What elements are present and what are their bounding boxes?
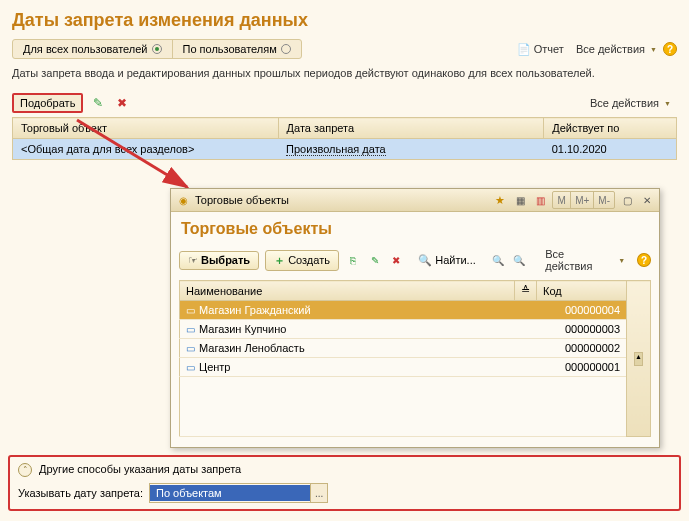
delete-icon[interactable]: ✖ [113, 94, 131, 112]
col-ban-date[interactable]: Дата запрета [278, 118, 544, 139]
ban-date-mode-label: Указывать дату запрета: [18, 487, 143, 499]
col-valid-until[interactable]: Действует по [544, 118, 677, 139]
list-item[interactable]: ▭Магазин Купчино 000000003 [180, 320, 651, 339]
create-button[interactable]: ＋ Создать [265, 250, 339, 271]
favorite-icon[interactable]: ★ [492, 192, 508, 208]
cell-code: 000000001 [537, 358, 627, 377]
tab-by-users-label: По пользователям [183, 43, 277, 55]
cell-code: 000000004 [537, 301, 627, 320]
calc-icon[interactable]: ▦ [512, 192, 528, 208]
col-name[interactable]: Наименование [180, 281, 515, 301]
all-actions-table-label: Все действия [590, 97, 659, 109]
plus-icon: ＋ [274, 253, 285, 268]
trade-objects-dialog: ◉ Торговые объекты ★ ▦ ▥ М М+ М- ▢ ✕ Тор… [170, 188, 660, 448]
radio-unchecked-icon [281, 44, 291, 54]
cell-name: Магазин Гражданский [199, 304, 311, 316]
all-actions-top-label: Все действия [576, 43, 645, 55]
report-label: Отчет [534, 43, 564, 55]
find-button[interactable]: 🔍 Найти... [410, 252, 484, 269]
item-icon: ▭ [186, 305, 195, 316]
report-button[interactable]: 📄 Отчет [511, 41, 570, 58]
clear-filter-icon[interactable]: 🔍 [490, 252, 506, 268]
list-item[interactable]: ▭Центр 000000001 [180, 358, 651, 377]
maximize-icon[interactable]: ▢ [619, 192, 635, 208]
cell-name: Центр [199, 361, 231, 373]
cell-name: Магазин Ленобласть [199, 342, 305, 354]
cell-valid-until: 01.10.2020 [544, 139, 677, 160]
close-icon[interactable]: ✕ [639, 192, 655, 208]
top-toolbar: Для всех пользователей По пользователям … [0, 39, 689, 65]
m-plus-btn[interactable]: М+ [571, 192, 594, 208]
delete-icon[interactable]: ✖ [388, 252, 404, 268]
all-actions-top[interactable]: Все действия ▼ [570, 41, 663, 57]
copy-icon[interactable]: ⎘ [345, 252, 361, 268]
col-sort-indicator[interactable]: ≙ [515, 281, 537, 301]
item-icon: ▭ [186, 324, 195, 335]
other-methods-section: ˄ Другие способы указания даты запрета У… [8, 455, 681, 511]
main-table-toolbar: Подобрать ✎ ✖ Все действия ▼ [0, 91, 689, 115]
list-item[interactable]: ▭Магазин Гражданский 000000004 [180, 301, 651, 320]
cell-trade-object: <Общая дата для всех разделов> [13, 139, 279, 160]
col-code[interactable]: Код [537, 281, 627, 301]
find-label: Найти... [435, 254, 476, 266]
dialog-titlebar-text: Торговые объекты [195, 194, 289, 206]
ban-date-mode-row: Указывать дату запрета: По объектам ... [18, 483, 671, 503]
select-more-icon[interactable]: ... [310, 484, 327, 502]
memory-group: М М+ М- [552, 191, 615, 209]
help-icon[interactable]: ? [637, 253, 651, 267]
tab-all-users[interactable]: Для всех пользователей [13, 40, 173, 58]
cell-code: 000000002 [537, 339, 627, 358]
search-icon: 🔍 [418, 254, 432, 267]
dialog-header: Торговые объекты [171, 212, 659, 244]
item-icon: ▭ [186, 362, 195, 373]
create-label: Создать [288, 254, 330, 266]
chevron-down-icon: ▼ [618, 257, 625, 264]
dialog-titlebar: ◉ Торговые объекты ★ ▦ ▥ М М+ М- ▢ ✕ [171, 189, 659, 212]
all-actions-table[interactable]: Все действия ▼ [584, 95, 677, 111]
edit-icon[interactable]: ✎ [367, 252, 383, 268]
edit-icon[interactable]: ✎ [89, 94, 107, 112]
tab-all-users-label: Для всех пользователей [23, 43, 148, 55]
choose-button[interactable]: ☞ Выбрать [179, 251, 259, 270]
m-btn[interactable]: М [553, 192, 571, 208]
collapse-icon[interactable]: ˄ [18, 463, 32, 477]
list-item[interactable]: ▭Магазин Ленобласть 000000002 [180, 339, 651, 358]
chevron-down-icon: ▼ [650, 46, 657, 53]
m-minus-btn[interactable]: М- [594, 192, 614, 208]
report-icon: 📄 [517, 43, 531, 56]
choose-label: Выбрать [201, 254, 250, 266]
select-button[interactable]: Подобрать [12, 93, 83, 113]
pointing-hand-icon: ☞ [188, 254, 198, 267]
radio-checked-icon [152, 44, 162, 54]
all-actions-dialog-label: Все действия [545, 248, 613, 272]
cell-ban-date: Произвольная дата [278, 139, 544, 160]
cell-code: 000000003 [537, 320, 627, 339]
ban-date-mode-select[interactable]: По объектам ... [149, 483, 328, 503]
help-icon[interactable]: ? [663, 42, 677, 56]
col-trade-object[interactable]: Торговый объект [13, 118, 279, 139]
chevron-down-icon: ▼ [664, 100, 671, 107]
tab-by-users[interactable]: По пользователям [173, 40, 301, 58]
ban-date-mode-value: По объектам [150, 485, 310, 501]
user-scope-tabs: Для всех пользователей По пользователям [12, 39, 302, 59]
info-text: Даты запрета ввода и редактирования данн… [0, 65, 689, 91]
scrollbar[interactable]: ▲ [627, 281, 651, 437]
section-header-row[interactable]: ˄ Другие способы указания даты запрета [18, 463, 671, 477]
main-table: Торговый объект Дата запрета Действует п… [12, 117, 677, 160]
calendar-icon[interactable]: ▥ [532, 192, 548, 208]
dialog-toolbar: ☞ Выбрать ＋ Создать ⎘ ✎ ✖ 🔍 Найти... 🔍 🔍… [171, 244, 659, 280]
dialog-table: Наименование ≙ Код ▲ ▭Магазин Граждански… [179, 280, 651, 437]
item-icon: ▭ [186, 343, 195, 354]
table-row[interactable]: <Общая дата для всех разделов> Произволь… [13, 139, 677, 160]
all-actions-dialog[interactable]: Все действия ▼ [539, 246, 631, 274]
app-icon: ◉ [175, 192, 191, 208]
refresh-icon[interactable]: 🔍 [512, 252, 528, 268]
page-title: Даты запрета изменения данных [0, 0, 689, 39]
section-heading: Другие способы указания даты запрета [39, 463, 241, 475]
cell-name: Магазин Купчино [199, 323, 286, 335]
